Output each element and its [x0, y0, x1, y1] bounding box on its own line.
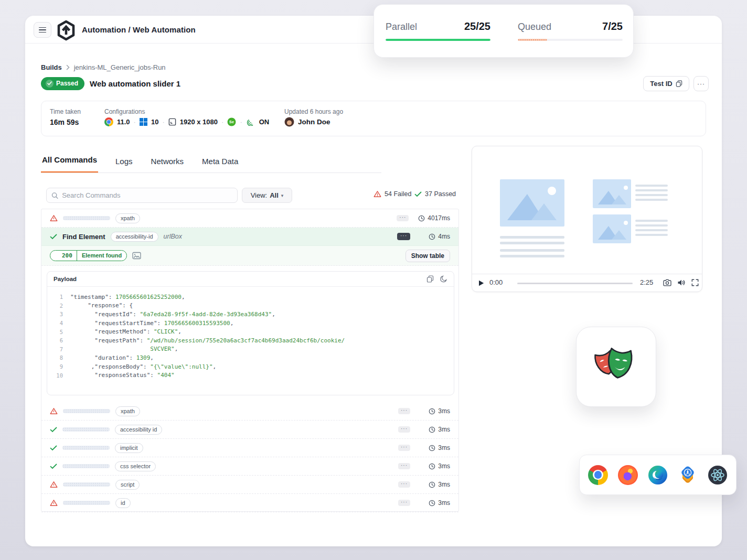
locator-badge: accessibility id [115, 425, 162, 435]
command-row[interactable]: accessibility id ···3ms [41, 421, 458, 439]
locator-badge: accessibility-id [111, 232, 158, 242]
tab-bar: All Commands Logs Networks Meta Data [41, 153, 239, 173]
search-input[interactable] [62, 191, 232, 199]
command-row[interactable]: id ···3ms [41, 494, 458, 512]
payload-code: 1"timestamp": 1705665601625252000, 2 "re… [47, 287, 454, 380]
warning-icon [50, 214, 58, 222]
tab-all-commands[interactable]: All Commands [41, 155, 98, 173]
svg-text:Se: Se [229, 120, 234, 124]
page: { "app": { "title": "Automation / Web Au… [0, 0, 747, 560]
check-icon [50, 445, 57, 451]
video-controls: 0:00 2:25 [472, 274, 702, 292]
duration: 4017ms [428, 214, 450, 222]
copy-icon[interactable] [426, 275, 434, 283]
chrome-icon[interactable] [588, 465, 608, 485]
duration: 3ms [438, 444, 450, 451]
locator-badge: xpath [115, 406, 140, 416]
show-table-button[interactable]: Show table [405, 250, 450, 262]
parallel-value: 25/25 [464, 20, 490, 33]
clock-icon [429, 481, 435, 488]
row-menu-icon[interactable]: ··· [398, 481, 410, 488]
command-name-skeleton [62, 464, 110, 468]
configurations-label: Configurations [104, 108, 145, 115]
command-name-skeleton [62, 427, 110, 432]
check-icon [50, 427, 57, 433]
fullscreen-icon[interactable] [691, 279, 699, 286]
chrome-icon [104, 117, 113, 126]
clock-icon [418, 215, 425, 222]
moon-icon[interactable] [440, 275, 447, 283]
firefox-icon[interactable] [618, 465, 638, 485]
test-id-label: Test ID [650, 80, 672, 88]
command-name-skeleton [62, 446, 110, 450]
payload-panel: Payload 1"timestamp": 170566560162525200… [47, 271, 454, 395]
test-id-button[interactable]: Test ID [643, 76, 689, 91]
tab-logs[interactable]: Logs [114, 157, 134, 173]
warning-icon [374, 190, 381, 198]
rocket-layers-icon[interactable] [678, 465, 698, 485]
command-row[interactable]: xpath ··· 4017ms [41, 209, 458, 228]
tab-meta-data[interactable]: Meta Data [201, 157, 239, 173]
command-row[interactable]: css selector ···3ms [41, 457, 458, 476]
locator-badge: xpath [115, 213, 140, 223]
row-menu-icon[interactable]: ··· [398, 408, 410, 414]
os-version: 10 [151, 118, 158, 126]
clock-icon [429, 426, 435, 433]
updated-label: Updated 6 hours ago [284, 108, 343, 115]
row-menu-icon[interactable]: ··· [398, 445, 410, 451]
status-message: Element found [77, 251, 126, 261]
check-icon [414, 191, 422, 197]
clock-icon [429, 445, 435, 451]
command-row-selected[interactable]: Find Element accessibility-id urlBox ···… [41, 228, 458, 246]
tab-networks[interactable]: Networks [150, 157, 185, 173]
search-icon [51, 192, 58, 199]
build-title-row: Passed Web automation slider 1 [41, 76, 180, 91]
payload-header: Payload [47, 272, 454, 287]
menu-icon[interactable] [34, 22, 51, 38]
command-row[interactable]: xpath ···3ms [41, 402, 458, 421]
status-code: 200 [58, 251, 77, 261]
play-icon[interactable] [478, 280, 484, 286]
command-row[interactable]: implicit ···3ms [41, 439, 458, 457]
status-badge-label: Passed [56, 80, 78, 87]
status-code-badge: 200 Element found [50, 250, 127, 261]
command-name-skeleton [63, 482, 110, 487]
resolution-value: 1920 x 1080 [180, 118, 218, 126]
tabs-divider [41, 173, 381, 173]
seek-bar[interactable] [517, 283, 633, 284]
screenshot-icon[interactable] [132, 252, 141, 260]
search-commands-box [46, 188, 238, 203]
current-time: 0:00 [489, 278, 503, 286]
view-label: View: [251, 191, 268, 199]
more-actions-button[interactable]: ··· [693, 76, 709, 91]
warning-icon [50, 407, 58, 415]
network-icon [246, 118, 255, 126]
duration: 3ms [438, 481, 450, 488]
command-row[interactable]: script ···3ms [41, 476, 458, 494]
row-menu-icon[interactable]: ··· [398, 426, 410, 433]
parallel-stat: Parallel 25/25 [386, 20, 490, 41]
row-menu-icon[interactable]: ··· [397, 215, 409, 221]
camera-icon[interactable] [663, 279, 671, 286]
warning-icon [50, 499, 58, 507]
command-name-skeleton [63, 409, 110, 413]
payload-title: Payload [54, 276, 77, 282]
locator-badge: id [115, 498, 131, 508]
network-state: ON [259, 118, 270, 126]
breadcrumb-builds[interactable]: Builds [41, 63, 62, 71]
view-filter-dropdown[interactable]: View: All ▾ [242, 188, 292, 203]
duration: 3ms [438, 407, 450, 415]
command-name-skeleton [63, 216, 110, 220]
electron-icon[interactable] [708, 465, 728, 485]
row-menu-icon[interactable]: ··· [398, 500, 410, 506]
edge-icon[interactable] [648, 465, 668, 485]
check-icon [50, 234, 57, 240]
command-name-skeleton [63, 501, 110, 505]
speaker-icon[interactable] [677, 279, 685, 286]
theater-masks-icon [592, 344, 641, 390]
row-menu-icon[interactable]: ··· [398, 463, 410, 469]
row-menu-icon[interactable]: ··· [397, 233, 410, 240]
queued-value: 7/25 [602, 20, 623, 33]
video-player: 0:00 2:25 [472, 146, 702, 292]
playwright-card[interactable] [576, 327, 656, 407]
